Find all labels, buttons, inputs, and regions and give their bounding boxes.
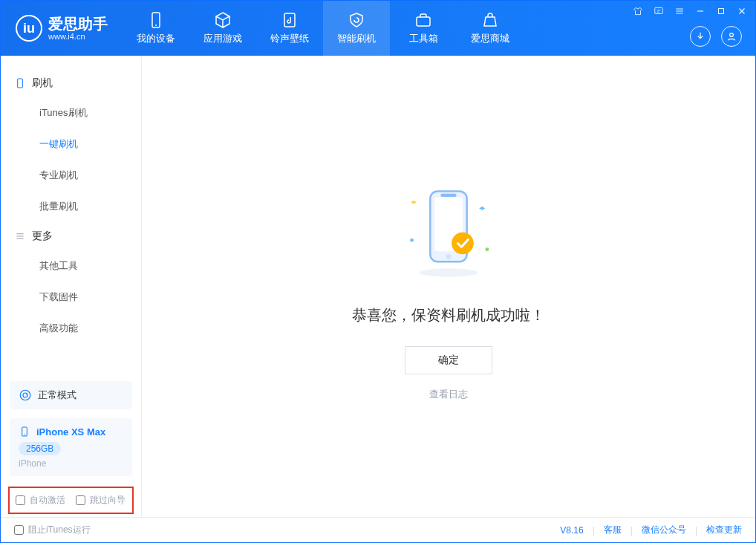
svg-marker-12 <box>479 207 485 210</box>
footer-link-support[interactable]: 客服 <box>604 524 622 536</box>
app-website: www.i4.cn <box>48 32 108 41</box>
window-controls <box>632 5 748 17</box>
cube-icon <box>214 11 232 29</box>
sidebar-header-flash[interactable]: 刷机 <box>1 69 141 97</box>
device-name-row: iPhone XS Max <box>19 426 123 438</box>
device-card[interactable]: iPhone XS Max 256GB iPhone <box>10 418 132 476</box>
logo-area: iu 爱思助手 www.i4.cn <box>1 15 108 42</box>
checkbox-block-itunes-input[interactable] <box>14 525 24 535</box>
refresh-shield-icon <box>348 11 365 29</box>
svg-rect-17 <box>440 194 456 197</box>
svg-point-13 <box>410 238 414 242</box>
svg-rect-3 <box>417 17 430 26</box>
success-message: 恭喜您，保资料刷机成功啦！ <box>352 305 545 325</box>
checkbox-auto-activate[interactable]: 自动激活 <box>16 494 65 507</box>
svg-point-18 <box>446 254 452 259</box>
svg-marker-11 <box>411 201 417 204</box>
mode-card[interactable]: 正常模式 <box>10 381 132 409</box>
device-icon <box>147 11 165 29</box>
svg-point-20 <box>419 268 478 277</box>
header: iu 爱思助手 www.i4.cn 我的设备 应用游戏 铃声壁纸 智能刷机 工具… <box>1 1 755 56</box>
checkbox-skip-guide[interactable]: 跳过向导 <box>76 494 126 507</box>
svg-point-1 <box>155 25 157 26</box>
checkbox-skip-guide-input[interactable] <box>76 495 85 505</box>
svg-rect-4 <box>655 7 663 13</box>
phone-icon <box>14 77 26 89</box>
menu-icon[interactable] <box>674 5 685 17</box>
view-log-link[interactable]: 查看日志 <box>429 388 468 401</box>
shirt-icon[interactable] <box>632 5 644 17</box>
download-button[interactable] <box>690 26 711 47</box>
sidebar-item-batch-flash[interactable]: 批量刷机 <box>1 191 141 222</box>
storage-badge: 256GB <box>19 442 61 455</box>
sidebar-item-advanced[interactable]: 高级功能 <box>1 313 141 344</box>
svg-rect-5 <box>719 9 724 14</box>
confirm-button[interactable]: 确定 <box>405 346 492 374</box>
device-type: iPhone <box>19 458 123 469</box>
sidebar-item-pro-flash[interactable]: 专业刷机 <box>1 160 141 191</box>
app-title: 爱思助手 <box>48 16 108 32</box>
footer-link-wechat[interactable]: 微信公众号 <box>642 524 686 536</box>
options-highlight-box: 自动激活 跳过向导 <box>8 487 134 514</box>
device-small-icon <box>19 426 30 438</box>
feedback-icon[interactable] <box>653 5 665 17</box>
mode-label: 正常模式 <box>38 388 76 402</box>
success-illustration <box>397 172 501 290</box>
sidebar-section-more: 更多 其他工具 下载固件 高级功能 <box>1 222 141 344</box>
music-file-icon <box>281 11 299 29</box>
sidebar-item-download-firmware[interactable]: 下载固件 <box>1 282 141 313</box>
main-content: 恭喜您，保资料刷机成功啦！ 确定 查看日志 <box>142 56 755 517</box>
logo-icon: iu <box>16 15 42 42</box>
nav: 我的设备 应用游戏 铃声壁纸 智能刷机 工具箱 爱思商城 <box>123 1 524 56</box>
logo-text: 爱思助手 www.i4.cn <box>48 16 108 41</box>
header-right-actions <box>690 26 742 47</box>
version-label: V8.16 <box>560 525 583 536</box>
svg-rect-2 <box>284 13 295 27</box>
nav-my-device[interactable]: 我的设备 <box>123 1 189 56</box>
nav-store[interactable]: 爱思商城 <box>457 1 524 56</box>
download-icon <box>694 30 706 42</box>
svg-rect-7 <box>18 79 23 88</box>
footer-link-update[interactable]: 检查更新 <box>706 524 742 536</box>
svg-point-6 <box>730 33 734 37</box>
close-button[interactable] <box>736 5 748 17</box>
checkbox-block-itunes[interactable]: 阻止iTunes运行 <box>14 524 91 536</box>
nav-toolbox[interactable]: 工具箱 <box>390 1 457 56</box>
toolbox-icon <box>414 11 432 29</box>
sidebar-section-flash: 刷机 iTunes刷机 一键刷机 专业刷机 批量刷机 <box>1 69 141 222</box>
svg-point-10 <box>24 434 25 435</box>
account-button[interactable] <box>721 26 742 47</box>
sidebar-item-oneclick-flash[interactable]: 一键刷机 <box>1 129 141 160</box>
maximize-button[interactable] <box>715 5 727 17</box>
list-icon <box>14 230 26 242</box>
nav-apps-games[interactable]: 应用游戏 <box>189 1 256 56</box>
checkbox-auto-activate-input[interactable] <box>16 495 25 505</box>
nav-ringtone-wallpaper[interactable]: 铃声壁纸 <box>256 1 323 56</box>
sidebar-header-more[interactable]: 更多 <box>1 222 141 250</box>
footer: 阻止iTunes运行 V8.16 | 客服 | 微信公众号 | 检查更新 <box>1 517 755 542</box>
sidebar-item-other-tools[interactable]: 其他工具 <box>1 250 141 282</box>
sidebar-item-itunes-flash[interactable]: iTunes刷机 <box>1 97 141 129</box>
svg-point-14 <box>485 247 489 251</box>
nav-smart-flash[interactable]: 智能刷机 <box>323 1 390 56</box>
sidebar: 刷机 iTunes刷机 一键刷机 专业刷机 批量刷机 更多 其他工具 下载固件 … <box>1 56 142 517</box>
store-icon <box>481 11 499 29</box>
svg-point-19 <box>452 233 474 255</box>
user-icon <box>726 30 737 42</box>
footer-right: V8.16 | 客服 | 微信公众号 | 检查更新 <box>560 524 742 536</box>
mode-sync-icon <box>19 388 32 402</box>
minimize-button[interactable] <box>694 5 706 17</box>
svg-point-8 <box>20 390 30 400</box>
